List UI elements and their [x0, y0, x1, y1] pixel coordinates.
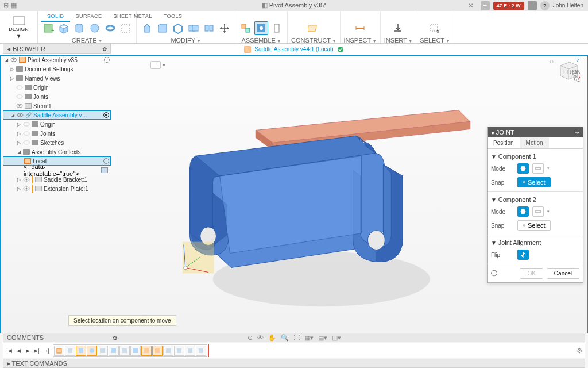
tab-sheet-metal[interactable]: SHEET METAL: [108, 12, 158, 22]
timeline-feature[interactable]: [76, 346, 86, 356]
timeline-prev-button[interactable]: ◀: [14, 347, 22, 355]
extensions-icon[interactable]: [528, 1, 537, 10]
tree-item[interactable]: ▷Joints: [3, 129, 111, 138]
viewport-icon[interactable]: ◫▾: [332, 334, 341, 342]
timeline-feature[interactable]: [65, 346, 75, 356]
sketch-icon[interactable]: +: [41, 21, 55, 35]
alignment-header[interactable]: ▼ Joint Alignment: [491, 237, 579, 248]
active-radio-icon[interactable]: [103, 112, 109, 118]
tree-item[interactable]: Stem:1: [3, 101, 111, 110]
tree-root[interactable]: ◢ Pivot Assembly v35: [3, 55, 111, 64]
mode-dropdown-icon[interactable]: ▾: [547, 166, 550, 171]
timeline-end-button[interactable]: →|: [42, 347, 50, 355]
zoom-icon[interactable]: 🔍: [281, 334, 289, 342]
browser-header[interactable]: ◀ BROWSER ✿: [3, 44, 111, 54]
snap-select-button-1[interactable]: ⌖ Select: [517, 177, 551, 187]
press-pull-icon[interactable]: [140, 21, 154, 35]
joint-dialog-header[interactable]: ● JOINT ⇥: [488, 127, 583, 137]
tree-item[interactable]: ◢Assembly Contexts: [3, 147, 111, 156]
tab-position[interactable]: Position: [488, 137, 520, 148]
look-icon[interactable]: 👁: [257, 334, 264, 342]
torus-icon[interactable]: [103, 21, 117, 35]
radio-icon[interactable]: [104, 57, 110, 63]
timeline-feature[interactable]: [130, 346, 141, 356]
tree-item[interactable]: ▷Sketches: [3, 138, 111, 147]
timeline-feature[interactable]: [119, 346, 130, 356]
tab-solid[interactable]: SOLID: [41, 12, 70, 22]
username-label[interactable]: John Helfen: [553, 2, 583, 9]
tree-item[interactable]: ▷Extension Plate:1: [3, 184, 111, 193]
fit-icon[interactable]: ⛶: [293, 334, 300, 342]
select-icon[interactable]: [428, 21, 442, 35]
timeline-feature[interactable]: [87, 346, 97, 356]
combine-icon[interactable]: [187, 21, 200, 35]
timeline-feature[interactable]: [109, 346, 119, 356]
insert-icon[interactable]: [391, 21, 405, 35]
timeline-start-button[interactable]: |◀: [5, 347, 13, 355]
view-cube[interactable]: FRONT RIGHT z x: [556, 57, 580, 82]
move-icon[interactable]: [218, 21, 231, 35]
flip-button[interactable]: [517, 250, 529, 260]
text-commands-bar[interactable]: ▶ TEXT COMMANDS: [3, 359, 585, 368]
sphere-icon[interactable]: [88, 21, 102, 35]
context-assembly-name[interactable]: Saddle Assembly v44:1 (Local): [254, 46, 333, 52]
apps-icon[interactable]: ⊞: [0, 2, 9, 9]
mode-simple-button-2[interactable]: [517, 206, 529, 217]
tab-surface[interactable]: SURFACE: [70, 12, 108, 22]
tree-item[interactable]: ▷Saddle Bracket:1: [3, 175, 111, 184]
workspace-switcher[interactable]: DESIGN ▼: [0, 12, 38, 43]
info-icon[interactable]: ⓘ: [491, 269, 497, 278]
visibility-toggle-icon[interactable]: [10, 57, 17, 63]
tree-item[interactable]: ▷Origin: [3, 120, 111, 129]
orbit-icon[interactable]: ⊕: [247, 334, 253, 342]
help-icon[interactable]: ?: [540, 1, 550, 10]
close-tab-icon[interactable]: ✕: [468, 2, 474, 10]
mode-dropdown-icon[interactable]: ▾: [547, 209, 550, 214]
tree-item[interactable]: Origin: [3, 83, 111, 92]
file-icon[interactable]: ▦: [9, 2, 17, 9]
mode-between-button-2[interactable]: [532, 206, 544, 217]
new-tab-button[interactable]: +: [481, 1, 490, 10]
coil-icon[interactable]: [119, 21, 133, 35]
component2-header[interactable]: ▼ Component 2: [491, 194, 579, 205]
timeline-feature[interactable]: [174, 346, 184, 356]
timeline-feature[interactable]: [141, 346, 152, 356]
as-built-joint-icon[interactable]: [270, 21, 284, 35]
shell-icon[interactable]: [171, 21, 185, 35]
cancel-button[interactable]: Cancel: [547, 268, 579, 279]
comments-bar[interactable]: COMMENTS ✿ ⊕ 👁 ✋ 🔍 ⛶ ▦▾ ▤▾ ◫▾: [3, 333, 585, 342]
timeline-feature[interactable]: [152, 346, 163, 356]
radio-icon[interactable]: [103, 158, 109, 164]
tab-tools[interactable]: TOOLS: [158, 12, 188, 22]
tab-motion[interactable]: Motion: [520, 137, 549, 148]
timeline-play-button[interactable]: ▶: [24, 347, 32, 355]
new-component-icon[interactable]: [239, 21, 253, 35]
pin-icon[interactable]: ⇥: [575, 129, 579, 136]
tree-item-saddle-assembly[interactable]: ◢🔗Saddle Assembly v…: [3, 110, 111, 120]
construct-plane-icon[interactable]: [307, 21, 320, 35]
timeline-feature[interactable]: [98, 346, 108, 356]
mode-simple-button[interactable]: [517, 163, 529, 174]
split-icon[interactable]: [202, 21, 216, 35]
timeline-next-button[interactable]: ▶|: [33, 347, 41, 355]
measure-icon[interactable]: [353, 21, 367, 35]
comments-options-icon[interactable]: ✿: [113, 335, 117, 341]
job-status-badge[interactable]: 47 E · 2 W: [493, 2, 524, 10]
timeline-feature[interactable]: [185, 346, 195, 356]
box-icon[interactable]: [57, 21, 71, 35]
browser-options-icon[interactable]: ✿: [102, 46, 107, 52]
timeline-feature[interactable]: [196, 346, 206, 356]
timeline-settings-icon[interactable]: ⚙: [577, 347, 583, 355]
component1-header[interactable]: ▼ Component 1: [491, 151, 579, 162]
mode-between-button[interactable]: [532, 163, 544, 174]
timeline-feature[interactable]: [163, 346, 173, 356]
tree-item[interactable]: ▷Named Views: [3, 74, 111, 83]
pan-icon[interactable]: ✋: [268, 334, 276, 342]
home-view-icon[interactable]: ⌂: [550, 57, 554, 64]
timeline-marker[interactable]: [208, 344, 209, 357]
fillet-icon[interactable]: [156, 21, 169, 35]
snap-select-button-2[interactable]: ⌖ Select: [517, 220, 551, 231]
ok-button[interactable]: OK: [520, 268, 543, 279]
timeline-feature[interactable]: [54, 346, 64, 356]
display-icon[interactable]: ▦▾: [304, 334, 314, 342]
